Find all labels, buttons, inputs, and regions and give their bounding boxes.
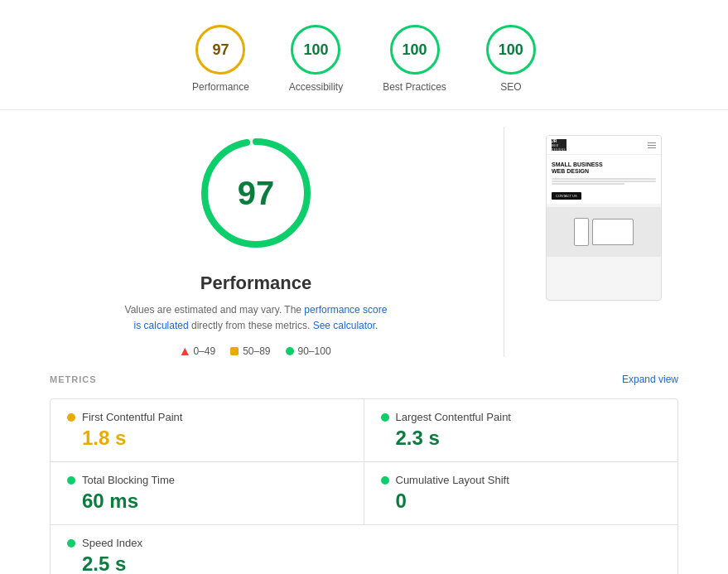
scores-section: 97 Performance 100 Accessibility 100 Bes… [0, 0, 728, 110]
screenshot-cta: CONTACT US [552, 192, 581, 200]
legend-icon-orange [230, 347, 239, 355]
metric-dot-tbt [67, 476, 75, 485]
menu-line-3 [648, 147, 656, 148]
device-phone-icon [574, 218, 589, 246]
legend-label-red: 0–49 [193, 345, 215, 357]
metric-tbt-header: Total Blocking Time [67, 474, 347, 486]
vertical-divider [504, 127, 504, 357]
score-best-practices: 100 Best Practices [383, 25, 446, 93]
screenshot-hero: SMALL BUSINESS WEB DESIGN CONTACT US [547, 155, 661, 204]
main-content: 97 Performance Values are estimated and … [0, 110, 728, 374]
screenshot-box: JRWEB DESIGNS SMALL BUSINESS WEB DESIGN … [546, 135, 662, 301]
screenshot-header: JRWEB DESIGNS [547, 136, 661, 155]
screenshot-devices [547, 207, 661, 257]
score-performance: 97 Performance [192, 25, 249, 93]
screenshot-logo: JRWEB DESIGNS [552, 139, 566, 151]
metric-cls: Cumulative Layout Shift 0 [364, 462, 678, 525]
gauge-container: 97 [190, 127, 322, 259]
metric-lcp-header: Largest Contentful Paint [381, 411, 662, 423]
metrics-title: METRICS [50, 374, 97, 384]
metric-value-si: 2.5 s [67, 552, 348, 574]
score-value-performance: 97 [212, 41, 229, 59]
body-text-2 [552, 181, 656, 182]
body-text-1 [552, 178, 656, 180]
left-panel: 97 Performance Values are estimated and … [50, 127, 462, 357]
score-seo: 100 SEO [486, 25, 536, 93]
metric-dot-cls [381, 476, 389, 485]
right-panel: JRWEB DESIGNS SMALL BUSINESS WEB DESIGN … [546, 135, 678, 301]
score-value-accessibility: 100 [303, 41, 328, 59]
score-label-seo: SEO [500, 81, 521, 93]
metrics-section: METRICS Expand view First Contentful Pai… [0, 374, 728, 574]
metric-value-lcp: 2.3 s [381, 427, 662, 450]
metric-name-cls: Cumulative Layout Shift [396, 474, 509, 486]
metric-value-fcp: 1.8 s [67, 427, 347, 450]
score-circle-seo: 100 [486, 25, 536, 75]
calc-link[interactable]: See calculator. [313, 320, 378, 331]
score-label-accessibility: Accessibility [289, 81, 343, 93]
legend-label-orange: 50–89 [243, 345, 270, 357]
metric-lcp: Largest Contentful Paint 2.3 s [364, 399, 678, 462]
desc-before-link: Values are estimated and may vary. The [125, 304, 305, 316]
legend-green: 90–100 [286, 345, 331, 357]
screenshot-headline: SMALL BUSINESS WEB DESIGN [552, 162, 656, 176]
metric-value-tbt: 60 ms [67, 490, 347, 513]
legend-orange: 50–89 [230, 345, 270, 357]
metric-tbt: Total Blocking Time 60 ms [51, 462, 364, 525]
metric-fcp: First Contentful Paint 1.8 s [51, 399, 364, 462]
perf-desc: Values are estimated and may vary. The p… [123, 302, 388, 334]
expand-view-button[interactable]: Expand view [622, 374, 678, 385]
metrics-header: METRICS Expand view [50, 374, 678, 385]
metric-name-lcp: Largest Contentful Paint [396, 411, 511, 423]
metric-name-si: Speed Index [82, 537, 142, 549]
score-circle-accessibility: 100 [291, 25, 340, 75]
legend-icon-red [181, 347, 189, 355]
desc-after-link: directly from these metrics. [189, 320, 311, 331]
metric-si-header: Speed Index [67, 537, 348, 549]
metric-fcp-header: First Contentful Paint [67, 411, 347, 423]
score-accessibility: 100 Accessibility [289, 25, 343, 93]
screenshot-logo-text: JRWEB DESIGNS [552, 139, 566, 152]
score-label-performance: Performance [192, 81, 249, 93]
device-laptop-icon [592, 219, 634, 245]
metric-dot-lcp [381, 413, 389, 422]
metric-name-tbt: Total Blocking Time [82, 474, 175, 486]
metric-dot-si [67, 539, 75, 547]
body-text-3 [552, 183, 624, 185]
metric-name-fcp: First Contentful Paint [82, 411, 182, 423]
metric-empty [364, 525, 678, 574]
metric-cls-header: Cumulative Layout Shift [381, 474, 662, 486]
perf-title: Performance [200, 273, 312, 294]
screenshot-menu [648, 142, 656, 148]
score-label-best-practices: Best Practices [383, 81, 446, 93]
score-circle-performance: 97 [195, 25, 245, 75]
gauge-value: 97 [238, 175, 275, 212]
legend: 0–49 50–89 90–100 [181, 345, 330, 357]
legend-label-green: 90–100 [298, 345, 331, 357]
legend-icon-green [286, 347, 294, 355]
metric-value-cls: 0 [381, 490, 662, 513]
score-circle-best-practices: 100 [390, 25, 440, 75]
score-value-seo: 100 [499, 41, 523, 59]
metrics-grid: First Contentful Paint 1.8 s Largest Con… [50, 398, 678, 574]
menu-line-1 [648, 142, 656, 143]
metric-si: Speed Index 2.5 s [51, 525, 364, 574]
legend-red: 0–49 [181, 345, 215, 357]
score-value-best-practices: 100 [402, 41, 427, 59]
menu-line-2 [648, 145, 656, 146]
metric-dot-fcp [67, 413, 75, 422]
